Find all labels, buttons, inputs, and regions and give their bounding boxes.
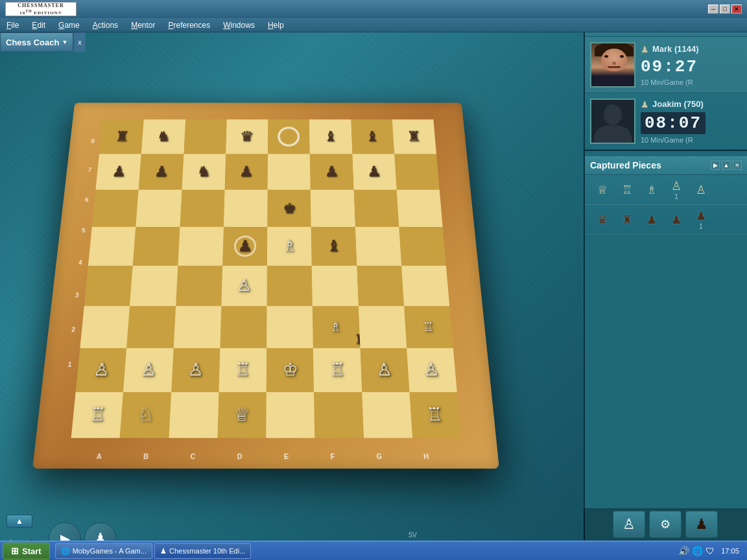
square-b4[interactable]: [130, 266, 178, 306]
piece-b1[interactable]: ♘: [120, 392, 171, 438]
square-b1[interactable]: ♘: [120, 392, 171, 438]
square-d1[interactable]: ♕: [217, 392, 267, 438]
piece-a1[interactable]: ♖: [71, 392, 124, 438]
square-d3[interactable]: [220, 306, 267, 348]
piece-f2[interactable]: ♖: [313, 348, 362, 392]
square-c2[interactable]: ♙: [171, 348, 220, 392]
taskbar-moby-games[interactable]: 🌐 MobyGames - A Gam...: [55, 543, 152, 559]
square-e4[interactable]: [267, 266, 313, 306]
minimize-button[interactable]: ─: [708, 5, 718, 14]
square-a3[interactable]: [80, 306, 130, 348]
captured-collapse-btn[interactable]: ▲: [722, 161, 731, 170]
piece-c7[interactable]: ♞: [182, 154, 226, 189]
square-a4[interactable]: [84, 266, 133, 306]
sidebar-pawn-button[interactable]: ♙: [613, 511, 645, 538]
piece-e5[interactable]: ♗: [267, 227, 312, 266]
square-b8[interactable]: ♞: [141, 119, 185, 154]
square-f4[interactable]: [312, 266, 359, 306]
piece-d8[interactable]: ♛: [226, 119, 268, 154]
square-g1[interactable]: [362, 392, 412, 438]
square-a2[interactable]: ♙: [76, 348, 127, 392]
square-h8[interactable]: ♜: [392, 119, 436, 154]
piece-d4[interactable]: ♙: [221, 266, 267, 306]
piece-a8[interactable]: ♜: [99, 119, 144, 154]
square-e7[interactable]: [268, 154, 311, 189]
square-e1[interactable]: [266, 392, 314, 438]
square-e3[interactable]: [267, 306, 313, 348]
square-c7[interactable]: ♞: [182, 154, 226, 189]
square-d6[interactable]: [224, 190, 268, 227]
menu-file[interactable]: File: [0, 18, 25, 32]
square-g3[interactable]: [358, 306, 407, 348]
square-b6[interactable]: [136, 190, 182, 227]
piece-g7[interactable]: ♟: [352, 154, 397, 189]
menu-help[interactable]: Help: [261, 18, 290, 32]
square-b5[interactable]: [133, 227, 180, 266]
piece-b2[interactable]: ♙: [123, 348, 173, 392]
captured-expand-btn[interactable]: ▶: [711, 161, 720, 170]
piece-d5[interactable]: ♟: [222, 227, 267, 266]
piece-d2[interactable]: ♖: [219, 348, 267, 392]
piece-h3[interactable]: ♖: [404, 306, 453, 348]
square-f7[interactable]: ♟: [310, 154, 353, 189]
square-e5[interactable]: ♗: [267, 227, 312, 266]
piece-e6[interactable]: ♚: [267, 190, 311, 227]
square-f3[interactable]: ♗ ♜: [313, 306, 360, 348]
taskbar-chessmaster[interactable]: ♟ Chessmaster 10th Edi...: [154, 543, 251, 559]
sidebar-black-pawn-button[interactable]: ♟: [685, 511, 718, 538]
square-c3[interactable]: [173, 306, 221, 348]
square-g2[interactable]: ♙: [360, 348, 409, 392]
square-g8[interactable]: ♝: [351, 119, 394, 154]
square-f2[interactable]: ♖: [313, 348, 362, 392]
square-c6[interactable]: [180, 190, 224, 227]
piece-f8[interactable]: ♝: [309, 119, 352, 154]
square-h2[interactable]: ♙: [407, 348, 457, 392]
square-d2[interactable]: ♖: [219, 348, 267, 392]
piece-h1[interactable]: ♖: [409, 392, 461, 438]
square-e6[interactable]: ♚: [267, 190, 311, 227]
piece-a7[interactable]: ♟: [95, 154, 141, 189]
square-g4[interactable]: [357, 266, 404, 306]
menu-actions[interactable]: Actions: [86, 18, 124, 32]
square-c4[interactable]: [176, 266, 222, 306]
square-b2[interactable]: ♙: [123, 348, 173, 392]
square-d4[interactable]: ♙: [221, 266, 267, 306]
square-g7[interactable]: ♟: [352, 154, 397, 189]
square-d5[interactable]: ♟: [222, 227, 267, 266]
coach-dropdown-arrow[interactable]: ▼: [62, 39, 67, 45]
square-b3[interactable]: [126, 306, 175, 348]
piece-b7[interactable]: ♟: [139, 154, 184, 189]
menu-preferences[interactable]: Preferences: [161, 18, 217, 32]
restore-button[interactable]: □: [720, 5, 730, 14]
square-f1[interactable]: [314, 392, 363, 438]
piece-d7[interactable]: ♟: [224, 154, 268, 189]
menu-mentor[interactable]: Mentor: [124, 18, 161, 32]
captured-close-btn[interactable]: ✕: [733, 161, 742, 170]
piece-f5[interactable]: ♝: [311, 227, 357, 266]
square-d8[interactable]: ♛: [226, 119, 268, 154]
start-button[interactable]: ⊞ Start: [3, 542, 50, 559]
square-a1[interactable]: ♖: [71, 392, 124, 438]
square-e2[interactable]: ♔: [267, 348, 314, 392]
square-a7[interactable]: ♟: [95, 154, 141, 189]
square-h1[interactable]: ♖: [409, 392, 461, 438]
square-h4[interactable]: [401, 266, 449, 306]
piece-f7[interactable]: ♟: [310, 154, 353, 189]
coach-label[interactable]: Chess Coach ▼: [0, 32, 73, 52]
menu-edit[interactable]: Edit: [25, 18, 52, 32]
square-f5[interactable]: ♝: [311, 227, 357, 266]
square-b7[interactable]: ♟: [139, 154, 184, 189]
square-g6[interactable]: [353, 190, 399, 227]
piece-b8[interactable]: ♞: [141, 119, 185, 154]
square-h6[interactable]: [396, 190, 442, 227]
square-a6[interactable]: [92, 190, 139, 227]
menu-game[interactable]: Game: [52, 18, 86, 32]
piece-c2[interactable]: ♙: [171, 348, 220, 392]
menu-windows[interactable]: Windows: [217, 18, 261, 32]
square-h5[interactable]: [399, 227, 446, 266]
sidebar-settings-button[interactable]: ⚙: [649, 511, 682, 538]
piece-e2[interactable]: ♔: [267, 348, 314, 392]
square-g5[interactable]: [355, 227, 401, 266]
square-f6[interactable]: [311, 190, 355, 227]
piece-h8[interactable]: ♜: [392, 119, 436, 154]
